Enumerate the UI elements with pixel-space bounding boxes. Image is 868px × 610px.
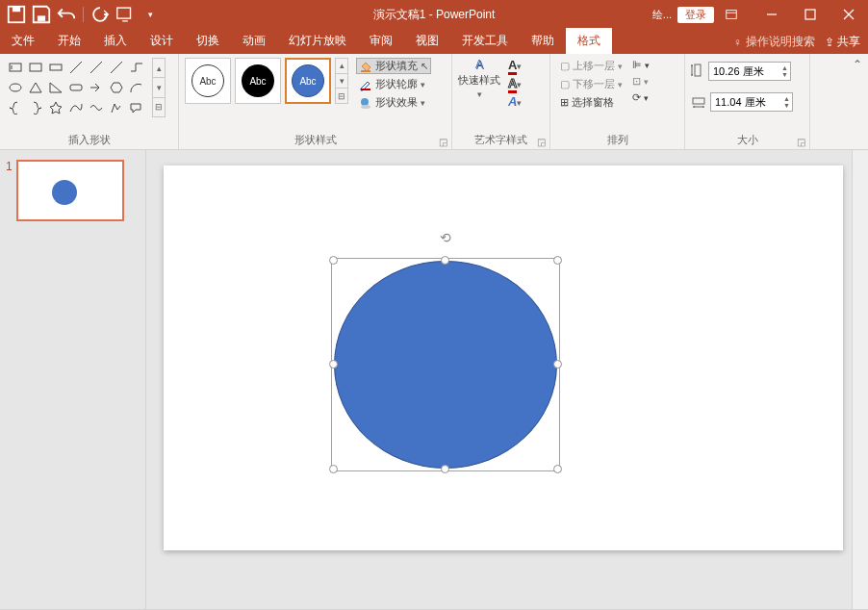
- rotation-handle[interactable]: ⟲: [440, 230, 451, 245]
- text-outline-button[interactable]: A▾: [508, 76, 522, 90]
- style-thumb-1[interactable]: Abc: [185, 58, 231, 104]
- shape-hexagon-icon[interactable]: [107, 78, 126, 97]
- tab-animations[interactable]: 动画: [231, 28, 277, 54]
- bring-forward-button[interactable]: ▢上移一层▾: [556, 58, 626, 74]
- tell-me[interactable]: ♀ 操作说明搜索: [733, 34, 815, 50]
- dialog-launcher-icon[interactable]: ◲: [439, 137, 447, 147]
- tab-design[interactable]: 设计: [139, 28, 185, 54]
- slide-thumbnail-frame[interactable]: [16, 160, 124, 221]
- shape-elbow-icon[interactable]: [127, 58, 146, 77]
- login-button[interactable]: 登录: [677, 7, 714, 23]
- text-outline-icon: A: [508, 76, 517, 93]
- handle-se[interactable]: [553, 465, 562, 473]
- rotate-button[interactable]: ⟳▾: [628, 90, 653, 105]
- tab-transitions[interactable]: 切换: [185, 28, 231, 54]
- handle-sw[interactable]: [329, 465, 338, 473]
- shapes-gallery[interactable]: [6, 58, 146, 117]
- slide[interactable]: ⟲: [164, 165, 843, 550]
- style-thumb-3[interactable]: Abc: [285, 58, 331, 104]
- shape-line-icon[interactable]: [66, 58, 86, 77]
- shape-freeform-icon[interactable]: [107, 98, 126, 117]
- slide-thumbnail-1[interactable]: 1: [6, 160, 140, 221]
- shape-rtriangle-icon[interactable]: [46, 78, 65, 97]
- shape-roundrect-icon[interactable]: [66, 78, 86, 97]
- handle-s[interactable]: [441, 465, 449, 473]
- send-backward-button[interactable]: ▢下移一层▾: [556, 76, 626, 92]
- handle-ne[interactable]: [553, 256, 562, 265]
- selection-pane-icon: ⊞: [560, 96, 569, 109]
- drawing-tools-label: 绘...: [652, 8, 672, 22]
- dialog-launcher-icon[interactable]: ◲: [537, 137, 546, 147]
- shape-effects-button[interactable]: 形状效果▾: [356, 94, 431, 111]
- shape-curve-icon[interactable]: [66, 98, 86, 117]
- shape-rbrace-icon[interactable]: [26, 98, 45, 117]
- svg-rect-3: [117, 8, 131, 18]
- collapse-ribbon-icon[interactable]: ⌃: [853, 58, 862, 71]
- redo-icon[interactable]: [89, 4, 111, 25]
- shape-arrow-icon[interactable]: [87, 78, 106, 97]
- close-button[interactable]: [830, 0, 868, 29]
- tab-help[interactable]: 帮助: [520, 28, 566, 54]
- text-effects-button[interactable]: A▾: [508, 94, 522, 109]
- shape-style-gallery[interactable]: Abc Abc Abc ▴▾⊟: [185, 58, 348, 104]
- shape-lbrace-icon[interactable]: [6, 98, 25, 117]
- shape-connector-icon[interactable]: [107, 58, 126, 77]
- group-wordart-styles: A 快速样式 ▾ A▾ A▾ A▾ 艺术字样式◲: [452, 54, 550, 149]
- shape-scribble-icon[interactable]: [87, 98, 106, 117]
- shape-fill-label: 形状填充: [375, 59, 418, 73]
- tab-format[interactable]: 格式: [566, 28, 612, 54]
- shapes-more[interactable]: ▴▾⊟: [152, 58, 166, 117]
- svg-rect-17: [70, 85, 82, 90]
- shape-outline-button[interactable]: 形状轮廓▾: [356, 76, 431, 92]
- shape-callout-icon[interactable]: [127, 98, 146, 117]
- handle-n[interactable]: [441, 256, 449, 265]
- tab-insert[interactable]: 插入: [92, 28, 139, 54]
- tab-slideshow[interactable]: 幻灯片放映: [277, 28, 358, 54]
- ribbon: ▴▾⊟ 插入形状 Abc Abc Abc ▴▾⊟ 形状填充 ↖ 形状轮廓▾: [0, 54, 868, 150]
- shape-fill-button[interactable]: 形状填充 ↖: [356, 58, 431, 74]
- ribbon-display-icon[interactable]: [720, 0, 743, 29]
- tab-review[interactable]: 审阅: [358, 28, 404, 54]
- save-icon[interactable]: [31, 4, 52, 25]
- shape-triangle-icon[interactable]: [26, 78, 45, 97]
- minimize-button[interactable]: [753, 0, 791, 29]
- shape-line2-icon[interactable]: [87, 58, 106, 77]
- shape-star-icon[interactable]: [46, 98, 65, 117]
- width-input[interactable]: 11.04 厘米▲▼: [710, 92, 793, 112]
- tab-home[interactable]: 开始: [46, 28, 92, 54]
- tab-file[interactable]: 文件: [0, 28, 46, 54]
- pen-icon: [359, 78, 372, 91]
- qat-more-icon[interactable]: ▾: [140, 4, 161, 25]
- style-more[interactable]: ▴▾⊟: [335, 58, 348, 104]
- handle-e[interactable]: [553, 360, 562, 369]
- height-icon: [691, 63, 704, 81]
- shape-textbox-icon[interactable]: [6, 58, 25, 77]
- rotate-icon: ⟳: [632, 91, 641, 104]
- tab-view[interactable]: 视图: [404, 28, 450, 54]
- handle-nw[interactable]: [329, 256, 338, 265]
- group-arrange: ▢上移一层▾ ▢下移一层▾ ⊞选择窗格 ⊫▾ ⊡▾ ⟳▾ 排列: [550, 54, 685, 149]
- selected-oval-shape[interactable]: ⟲: [334, 261, 557, 469]
- dialog-launcher-icon[interactable]: ◲: [797, 137, 805, 147]
- selection-pane-button[interactable]: ⊞选择窗格: [556, 94, 626, 111]
- shape-oval-icon[interactable]: [6, 78, 25, 97]
- autosave-icon[interactable]: [6, 4, 27, 25]
- shape-textbox2-icon[interactable]: [26, 58, 45, 77]
- maximize-button[interactable]: [791, 0, 830, 29]
- handle-w[interactable]: [329, 360, 338, 369]
- text-fill-button[interactable]: A▾: [508, 58, 522, 72]
- tab-devtools[interactable]: 开发工具: [450, 28, 520, 54]
- align-button[interactable]: ⊫▾: [628, 58, 653, 72]
- start-from-beginning-icon[interactable]: [115, 4, 136, 25]
- share-button[interactable]: ⇪ 共享: [825, 34, 860, 50]
- vertical-scrollbar[interactable]: [852, 150, 868, 609]
- quick-styles-button[interactable]: A 快速样式 ▾: [458, 58, 500, 99]
- group-size: 10.26 厘米▲▼ 11.04 厘米▲▼ 大小◲: [685, 54, 810, 149]
- style-thumb-2[interactable]: Abc: [235, 58, 281, 104]
- shape-arc-icon[interactable]: [127, 78, 146, 97]
- slide-canvas[interactable]: ⟲: [146, 150, 868, 609]
- undo-icon[interactable]: [56, 4, 77, 25]
- shape-rect-icon[interactable]: [46, 58, 65, 77]
- height-input[interactable]: 10.26 厘米▲▼: [708, 62, 791, 81]
- group-button[interactable]: ⊡▾: [628, 74, 653, 89]
